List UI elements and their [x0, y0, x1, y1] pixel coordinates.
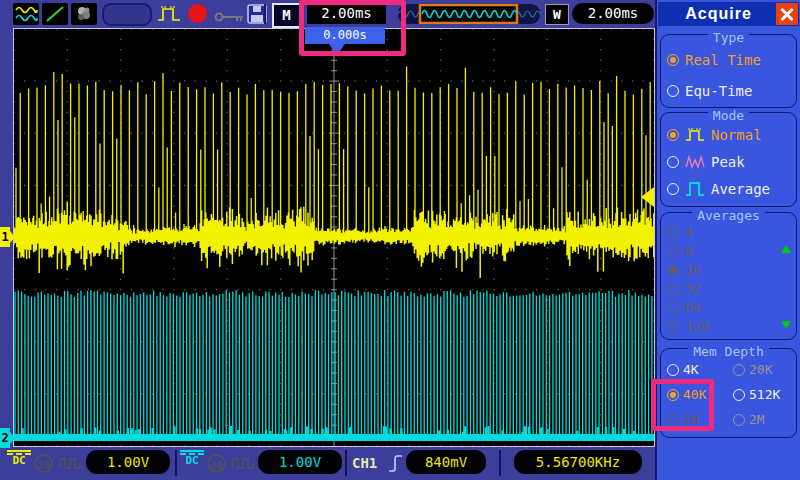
- statusbar-separator: [175, 450, 177, 476]
- radio-40k[interactable]: 40K: [663, 387, 729, 402]
- waveform-preview-icon: [398, 4, 540, 24]
- radio-icon: [733, 364, 745, 376]
- line-display-button[interactable]: [42, 3, 68, 25]
- statusbar-separator: [499, 450, 501, 476]
- radio-average[interactable]: Average: [661, 175, 796, 202]
- trigger-slope-icon: [387, 450, 404, 476]
- section-mode-title: Mode: [661, 105, 796, 124]
- radio-avg-128[interactable]: 128: [661, 317, 796, 336]
- radio-icon: [667, 414, 679, 426]
- radio-avg-64[interactable]: 64: [661, 298, 796, 317]
- close-icon[interactable]: [776, 3, 798, 25]
- radio-peak[interactable]: Peak: [661, 148, 796, 175]
- radio-avg-8[interactable]: 8: [661, 241, 796, 260]
- pulse-average-icon: [685, 181, 705, 197]
- section-mem-depth-title: Mem Depth: [661, 341, 796, 360]
- radio-icon: [667, 226, 679, 238]
- ch1-invert-icon: [59, 450, 82, 476]
- trigger-level-marker: [641, 187, 654, 207]
- waveform-preview[interactable]: [398, 4, 540, 24]
- menu-header: Acquire: [658, 2, 799, 26]
- channel-waveforms-button[interactable]: [13, 3, 39, 25]
- scroll-up-icon[interactable]: [781, 245, 791, 253]
- ch2-scale-readout: 1.00V: [258, 450, 342, 474]
- waveform-display: [13, 28, 655, 447]
- ch2-invert-icon: [232, 450, 255, 476]
- ch1-bandwidth-icon: 20: [34, 450, 53, 476]
- radio-avg-32[interactable]: 32: [661, 279, 796, 298]
- radio-icon: [667, 321, 679, 333]
- quick-box[interactable]: [102, 3, 152, 26]
- radio-icon: [667, 283, 679, 295]
- radio-avg-4[interactable]: 4: [661, 222, 796, 241]
- radio-icon: [733, 389, 745, 401]
- radio-20k[interactable]: 20K: [729, 362, 796, 377]
- pulse-peak-icon: [685, 154, 705, 169]
- lock-key-icon: [214, 11, 246, 23]
- section-averages-title: Averages: [661, 205, 796, 224]
- acquire-pulse-button[interactable]: [157, 5, 181, 27]
- timebase-readout: 2.00ms: [307, 2, 386, 24]
- radio-equ-time[interactable]: Equ-Time: [661, 77, 796, 105]
- radio-1m[interactable]: 1M: [663, 412, 729, 427]
- radio-normal[interactable]: Normal: [661, 121, 796, 148]
- acquire-menu: Acquire Type Real Time Equ-Time Mode Nor…: [655, 0, 800, 480]
- ch1-coupling-icon: DC: [7, 450, 31, 476]
- trigger-source-label: CH1: [352, 450, 377, 476]
- radio-real-time[interactable]: Real Time: [661, 46, 796, 74]
- statusbar-separator: [345, 450, 347, 476]
- acquire-pulse-icon: [157, 5, 181, 23]
- radio-icon: [667, 129, 679, 141]
- radio-512k[interactable]: 512K: [729, 387, 796, 402]
- pulse-normal-icon: [685, 127, 705, 142]
- section-type-title: Type: [661, 27, 796, 46]
- ch2-coupling-icon: DC: [180, 450, 204, 476]
- radio-icon: [667, 54, 679, 66]
- section-mode: Mode Normal Peak Average: [660, 112, 797, 207]
- radio-avg-16[interactable]: 16: [661, 260, 796, 279]
- radio-icon: [667, 264, 679, 276]
- scope-traces: [14, 29, 654, 446]
- section-type: Type Real Time Equ-Time: [660, 34, 797, 108]
- radio-icon: [733, 414, 745, 426]
- ch2-position-marker[interactable]: 2: [0, 428, 10, 448]
- channel-waveforms-icon: [14, 4, 38, 24]
- oscilloscope-screen: { "colors":{ "bar_bg":"#3d3d9b","sidebar…: [0, 0, 800, 480]
- radio-icon: [667, 389, 679, 401]
- radio-icon: [667, 245, 679, 257]
- line-display-icon: [43, 4, 67, 24]
- radio-icon: [667, 85, 679, 97]
- radio-icon: [667, 302, 679, 314]
- radio-2m[interactable]: 2M: [729, 412, 796, 427]
- trigger-level-readout: 840mV: [406, 450, 486, 474]
- scroll-down-icon[interactable]: [781, 321, 791, 329]
- window-indicator: W: [545, 4, 569, 25]
- ch1-position-marker[interactable]: 1: [0, 227, 10, 247]
- radio-icon: [667, 183, 679, 195]
- toolbar-separator: [264, 4, 266, 24]
- radio-4k[interactable]: 4K: [663, 362, 729, 377]
- trigger-offset-readout: 0.000s: [305, 27, 385, 44]
- frequency-readout: 5.56700KHz: [514, 450, 642, 474]
- menu-button-m[interactable]: M: [272, 3, 301, 28]
- persistence-button[interactable]: [71, 3, 97, 25]
- trigger-position-marker[interactable]: [329, 44, 345, 55]
- record-button[interactable]: [188, 4, 207, 23]
- section-averages: Averages 4 8 16 32 64 128: [660, 212, 797, 340]
- persistence-icon: [72, 4, 96, 24]
- lock-key-button[interactable]: [214, 8, 246, 27]
- section-mem-depth: Mem Depth 4K 20K 40K 512K 1M 2M: [660, 348, 797, 438]
- window-timebase-readout: 2.00ms: [572, 3, 654, 24]
- radio-icon: [667, 364, 679, 376]
- ch1-scale-readout: 1.00V: [86, 450, 170, 474]
- radio-icon: [667, 156, 679, 168]
- ch2-bandwidth-icon: 20: [207, 450, 226, 476]
